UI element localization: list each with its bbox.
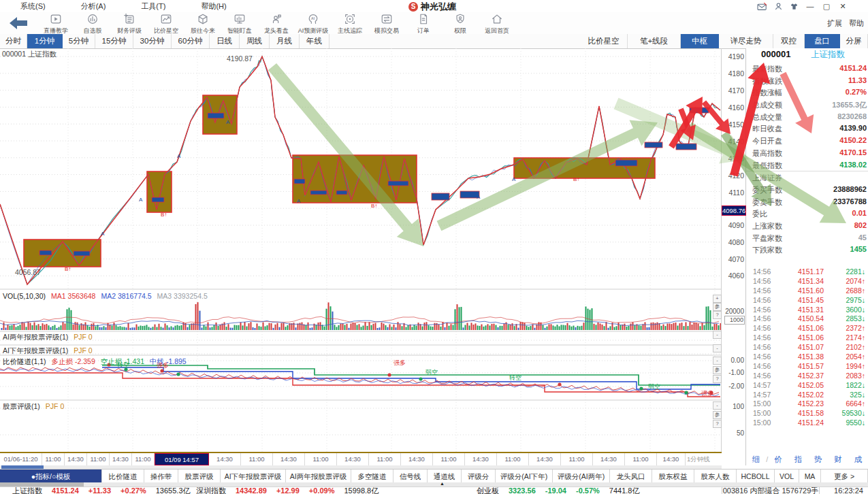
tick-volume: 3600↓ [846, 306, 865, 314]
toolbar-item-12[interactable]: 返回首页 [479, 12, 515, 34]
toolbar-item-7[interactable]: AIAI预测评级 [295, 12, 332, 34]
period-tab-0[interactable]: 分时 [0, 34, 27, 48]
main-chart[interactable]: AAAAAAAB↑B↑B↑B↑ [0, 48, 722, 452]
pane-button[interactable]: - [713, 344, 722, 352]
tick-time: 14:56 [753, 343, 771, 351]
indicator-tab-6[interactable]: 多空隧道 [351, 470, 393, 483]
view-tab-0[interactable]: 比价星空 [580, 34, 628, 48]
vol-ma-value: MA2 3816774.5 [101, 292, 151, 300]
quote-mini-tab-3[interactable]: 势 [808, 455, 828, 465]
toolbar-item-5[interactable]: 智能盯盘 [221, 12, 258, 34]
view-tab-3[interactable]: 详尽走势 [719, 34, 773, 48]
pane-button[interactable]: 参 [713, 411, 722, 419]
trading-app-window: 系统(S)分析(A)工具(T)帮助(H) S 神光弘缠 — ▢ ✕ 直播教学自选… [0, 0, 868, 494]
indicator-tab-3[interactable]: 股票评级 [178, 470, 221, 483]
period-tab-8[interactable]: 月线 [270, 34, 300, 48]
minimize-button[interactable]: — [805, 2, 815, 10]
stock-name[interactable]: 上证指数 [811, 49, 845, 61]
period-tab-1[interactable]: 1分钟 [27, 34, 63, 48]
indicator-tab-9[interactable]: 评级分 [462, 470, 496, 483]
toolbar-item-0[interactable]: 直播教学 [37, 12, 74, 34]
pane-button[interactable]: ? [713, 420, 722, 428]
back-button[interactable] [8, 16, 31, 32]
indicator-tab-16[interactable]: VOL [775, 470, 799, 483]
tick-volume: 2688↑ [846, 286, 865, 295]
indicator-tab-10[interactable]: 评级分(AI下年) [496, 470, 553, 483]
indicator-tab-13[interactable]: 股东权益 [652, 470, 694, 483]
y-axis-label: 4060 [723, 271, 744, 280]
clock: 16:23:24 [829, 487, 868, 494]
svg-text:AI: AI [311, 17, 315, 20]
quote-mini-tab-4[interactable]: 财 [828, 455, 848, 465]
indicator-tab-2[interactable]: 操作带 [144, 470, 178, 483]
tick-price: 4151.60 [788, 286, 824, 295]
indicator-tab-12[interactable]: 龙头风口 [610, 470, 652, 483]
period-tab-6[interactable]: 日线 [210, 34, 240, 48]
indicator-tab-17[interactable]: MA [799, 470, 821, 483]
period-tab-9[interactable]: 年线 [300, 34, 329, 48]
vip-shirt-icon[interactable] [790, 2, 799, 11]
period-tab-7[interactable]: 周线 [240, 34, 270, 48]
indicator-tab-11[interactable]: 评级分(AI两年) [553, 470, 610, 483]
indicator-tab-1[interactable]: 比价隧道 [102, 470, 144, 483]
period-tab-4[interactable]: 30分钟 [133, 34, 172, 48]
view-tab-1[interactable]: 笔+线段 [628, 34, 681, 48]
period-tab-5[interactable]: 60分钟 [172, 34, 210, 48]
user-icon[interactable] [774, 2, 783, 11]
toolbar-item-8[interactable]: 主线追踪 [332, 12, 368, 34]
starsky-icon [159, 12, 173, 27]
toolbar-item-2[interactable]: 财务评级 [111, 12, 148, 34]
pane-button[interactable]: - [713, 401, 722, 410]
pane-button[interactable]: ? [713, 311, 722, 319]
indicator-tab-14[interactable]: 股东人数 [694, 470, 737, 483]
close-button[interactable]: ✕ [838, 2, 848, 11]
period-tab-2[interactable]: 5分钟 [63, 34, 95, 48]
indicator-tab-15[interactable]: HCBOLL [737, 470, 775, 483]
panel-tab-0[interactable]: 双控 [773, 34, 805, 48]
panel-tab-1[interactable]: 盘口 [805, 34, 840, 48]
quote-mini-tab-2[interactable]: 指 [788, 455, 808, 465]
menu-item-3[interactable]: 帮助(H) [183, 0, 244, 12]
indicator-tab-7[interactable]: 信号线 [393, 470, 428, 483]
status-index-name: 上证指数 [12, 487, 42, 494]
window-corner-icons: — ▢ ✕ [757, 0, 848, 12]
toolbar-link-1[interactable]: 帮助 [849, 18, 864, 29]
menu-item-1[interactable]: 分析(A) [63, 0, 124, 12]
quote-mini-tab-1[interactable]: 价 [768, 455, 788, 465]
indicator-tab-8[interactable]: 通道线 [428, 470, 462, 483]
status-index-group: 上证指数4151.24+11.33+0.27%13655.3亿 [12, 487, 191, 494]
pane-button[interactable]: - [713, 331, 722, 339]
chart-symbol-label: 000001 上证指数 [2, 50, 57, 59]
tick-time: 14:57 [753, 381, 771, 389]
indicator-tab-5[interactable]: AI两年报股票评级 [286, 470, 351, 483]
maximize-button[interactable]: ▢ [822, 2, 831, 11]
message-icon[interactable] [757, 2, 767, 11]
toolbar-link-0[interactable]: 扩展 [827, 18, 842, 29]
pane-button[interactable]: 参 [713, 303, 722, 311]
panel-tab-2[interactable]: 分屏 [840, 34, 868, 48]
menu-item-0[interactable]: 系统(S) [3, 0, 63, 12]
view-tab-2[interactable]: 中枢 [681, 34, 719, 48]
quote-mini-tab-0[interactable]: 细 [746, 455, 766, 465]
toolbar-item-6[interactable]: 龙头看盘 [258, 12, 295, 34]
period-tab-3[interactable]: 15分钟 [95, 34, 133, 48]
quote-field-label: 委买手数 [752, 185, 782, 195]
pane-button[interactable]: + [713, 295, 722, 303]
indicator-tab-18[interactable]: 更多 > [821, 470, 868, 483]
quote-mini-tab-5[interactable]: 成 [848, 455, 868, 465]
menu-item-2[interactable]: 工具(T) [123, 0, 183, 12]
toolbar-item-3[interactable]: 比价星空 [148, 12, 184, 34]
pane-button[interactable]: ? [713, 375, 722, 383]
toolbar-item-4[interactable]: 股往今来 [184, 12, 221, 34]
y-axis-label: 4120 [723, 171, 744, 180]
toolbar-item-9[interactable]: 模拟交易 [368, 12, 405, 34]
toolbar-item-1[interactable]: 自选股 [74, 12, 111, 34]
y-axis-label: 4130 [723, 154, 744, 163]
toolbar-item-11[interactable]: 权限 [442, 12, 479, 34]
indicator-tab-0[interactable]: ●指标/○模板 [0, 470, 102, 483]
pane-button[interactable]: - [713, 357, 722, 365]
toolbar-item-10[interactable]: 订单 [405, 12, 442, 34]
indicator-tab-4[interactable]: AI下年报股票评级 [221, 470, 286, 483]
tick-time: 14:56 [753, 352, 771, 361]
pane-button[interactable]: 参 [713, 366, 722, 374]
